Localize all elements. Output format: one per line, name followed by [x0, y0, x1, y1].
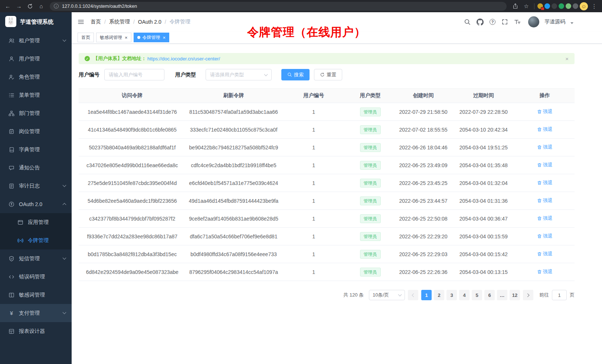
created-time-cell: 2022-06-26 18:04:46	[395, 139, 452, 156]
sidebar-item-error-code[interactable]: 错误码管理	[0, 268, 72, 286]
sidebar-item-pay[interactable]: ¥支付管理	[0, 304, 72, 322]
fullscreen-icon[interactable]	[501, 19, 508, 25]
extension-badged-icon[interactable]	[537, 3, 543, 9]
sidebar-item-oauth2[interactable]: OAuth 2.0	[0, 195, 72, 213]
font-size-icon[interactable]	[514, 19, 521, 25]
sidebar-item-label: 应用管理	[28, 219, 49, 226]
chevron-right-icon	[526, 293, 530, 297]
goto-page-input[interactable]	[552, 290, 567, 300]
page-ellipsis[interactable]: …	[497, 290, 507, 300]
sidebar-item-role[interactable]: 角色管理	[0, 68, 72, 86]
extension-green-icon[interactable]	[559, 3, 564, 9]
extension-dark-icon[interactable]	[552, 3, 557, 9]
force-logout-label: 强退	[543, 215, 553, 222]
sidebar-item-sms[interactable]: 短信管理	[0, 249, 72, 268]
prev-page-button[interactable]	[408, 290, 418, 300]
expire-time-cell: 2054-03-04 00:15:59	[452, 228, 515, 245]
reset-button[interactable]: 重置	[314, 69, 342, 80]
sidebar-item-post[interactable]: 岗位管理	[0, 122, 72, 140]
next-page-button[interactable]	[523, 290, 533, 300]
extension-lightgreen-icon[interactable]	[566, 3, 571, 9]
close-icon[interactable]: ×	[163, 35, 166, 40]
page-button-5[interactable]: 5	[472, 290, 482, 300]
sidebar-item-audit-log[interactable]: 审计日志	[0, 177, 72, 195]
extension-blue-icon[interactable]	[544, 3, 550, 9]
sidebar-item-user[interactable]: 用户管理	[0, 50, 72, 68]
force-logout-button[interactable]: 强退	[537, 108, 553, 115]
force-logout-label: 强退	[543, 268, 553, 275]
page-button-4[interactable]: 4	[459, 290, 470, 300]
delete-icon	[537, 109, 542, 114]
page-button-6[interactable]: 6	[484, 290, 495, 300]
breadcrumb-item[interactable]: 首页	[91, 19, 101, 25]
force-logout-button[interactable]: 强退	[537, 215, 553, 222]
search-button[interactable]: 搜索	[281, 69, 310, 80]
delete-icon	[537, 163, 542, 168]
force-logout-button[interactable]: 强退	[537, 162, 553, 168]
tab-sensitive-word[interactable]: 敏感词管理×	[96, 33, 131, 42]
user-name[interactable]: 芋道源码	[544, 19, 565, 25]
breadcrumb-item[interactable]: OAuth 2.0	[138, 19, 161, 25]
profile-smiley-icon[interactable]: ☺	[580, 2, 588, 10]
reload-icon[interactable]	[25, 1, 35, 11]
force-logout-button[interactable]: 强退	[537, 197, 553, 204]
dict-icon	[8, 146, 15, 153]
page-size-select[interactable]: 10条/页	[369, 290, 405, 300]
force-logout-button[interactable]: 强退	[537, 179, 553, 186]
user-type-badge: 管理员	[360, 250, 381, 259]
home-icon[interactable]: ⌂	[36, 1, 46, 11]
back-icon[interactable]: ←	[3, 1, 13, 11]
user-id-input[interactable]	[104, 69, 164, 80]
page-button-12[interactable]: 12	[510, 290, 520, 300]
alert-text: 【用户体系】文档地址：	[93, 55, 146, 62]
sidebar-item-dict[interactable]: 字典管理	[0, 140, 72, 159]
page-button-2[interactable]: 2	[434, 290, 444, 300]
delete-icon	[537, 198, 542, 203]
sidebar-item-menu[interactable]: 菜单管理	[0, 86, 72, 104]
user-id-cell: 1	[281, 103, 346, 121]
user-type-select[interactable]: 请选择用户类型	[206, 69, 272, 80]
sidebar-item-label: 短信管理	[19, 255, 40, 262]
tenant-icon	[8, 37, 15, 44]
share-icon[interactable]	[510, 1, 520, 11]
column-header: 刷新令牌	[186, 89, 282, 103]
sidebar-item-report[interactable]: 报表设计器	[0, 322, 72, 340]
tab-home[interactable]: 首页	[78, 33, 94, 42]
page-button-1[interactable]: 1	[421, 290, 432, 300]
tab-token[interactable]: 令牌管理×	[134, 33, 170, 42]
star-icon[interactable]: ☆	[521, 1, 531, 11]
user-avatar[interactable]	[528, 16, 539, 27]
github-icon[interactable]	[477, 19, 484, 26]
close-icon[interactable]: ×	[565, 56, 569, 62]
search-form: 用户编号 用户类型 请选择用户类型 搜索 重置	[79, 69, 575, 80]
sidebar-item-sensitive[interactable]: 敏感词管理	[0, 286, 72, 304]
url-bar[interactable]: i 127.0.0.1:1024/system/oauth2/token	[50, 2, 507, 11]
force-logout-button[interactable]: 强退	[537, 144, 553, 150]
sidebar-item-label: 字典管理	[19, 146, 40, 153]
caret-down-icon[interactable]	[570, 22, 573, 24]
close-icon[interactable]: ×	[125, 35, 128, 40]
kebab-menu-icon[interactable]: ⋮	[589, 1, 599, 11]
alert-doc-link[interactable]: https://doc.iocoder.cn/user-center/	[147, 56, 220, 62]
breadcrumb-separator: /	[133, 19, 135, 25]
sidebar-item-oauth2-token[interactable]: 令牌管理	[0, 231, 72, 249]
hamburger-icon[interactable]	[78, 19, 84, 25]
page-button-3[interactable]: 3	[446, 290, 457, 300]
force-logout-button[interactable]: 强退	[537, 233, 553, 239]
extension-gray-icon[interactable]	[573, 3, 578, 9]
tab-label: 敏感词管理	[100, 34, 122, 41]
force-logout-button[interactable]: 强退	[537, 251, 553, 257]
search-icon[interactable]	[464, 19, 471, 25]
breadcrumb-item[interactable]: 系统管理	[109, 19, 130, 25]
force-logout-button[interactable]: 强退	[537, 268, 553, 275]
sidebar-item-dept[interactable]: 部门管理	[0, 104, 72, 122]
forward-icon[interactable]: →	[14, 1, 24, 11]
sidebar-item-oauth2-app[interactable]: 应用管理	[0, 213, 72, 231]
sidebar-item-notice[interactable]: 通知公告	[0, 159, 72, 177]
dept-icon	[8, 110, 15, 117]
sidebar-item-tenant[interactable]: 租户管理	[0, 32, 72, 50]
app-logo[interactable]: 芋道管理系统	[0, 12, 72, 32]
question-icon[interactable]: ?	[490, 19, 495, 25]
force-logout-button[interactable]: 强退	[537, 126, 553, 133]
info-icon[interactable]: i	[54, 4, 59, 9]
